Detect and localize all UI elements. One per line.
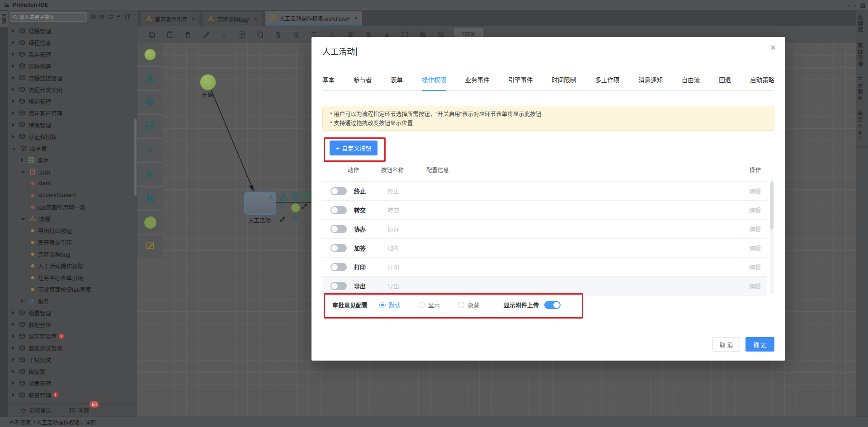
- tree-item-流程监控管理[interactable]: 流程监控管理: [8, 72, 137, 84]
- palette-service-gear[interactable]: [137, 139, 163, 163]
- custom-button-add[interactable]: + 自定义按钮: [330, 141, 377, 155]
- radio-隐藏[interactable]: 隐藏: [458, 300, 479, 309]
- palette-participant[interactable]: [137, 67, 163, 91]
- chevron-right-icon[interactable]: [12, 99, 14, 103]
- cancel-button[interactable]: 取 消: [712, 337, 741, 352]
- palette-glyph-R[interactable]: R: [137, 187, 163, 211]
- tree-item-tab页面引用同一表[interactable]: tab页面引用同一表: [8, 201, 137, 213]
- dialog-tab-引擎事件[interactable]: 引擎事件: [509, 75, 533, 90]
- ai-icon[interactable]: [90, 14, 96, 20]
- tree-item-图表测试数据[interactable]: 图表测试数据: [8, 342, 137, 354]
- toggle-switch[interactable]: [330, 282, 347, 290]
- chevron-down-icon[interactable]: [21, 218, 25, 221]
- docs-icon[interactable]: [125, 14, 131, 20]
- download-icon[interactable]: [220, 30, 228, 38]
- table-scrollbar[interactable]: [770, 178, 774, 294]
- search-input[interactable]: 输入关键字搜索: [10, 12, 87, 22]
- tree-item-流程开发案例[interactable]: 流程开发案例: [8, 84, 137, 95]
- sidebar-scrollbar[interactable]: [134, 119, 137, 196]
- dialog-tab-参与者[interactable]: 参与者: [354, 75, 372, 90]
- chevron-right-icon[interactable]: [12, 135, 14, 138]
- dialog-tab-启动策略[interactable]: 启动策略: [750, 75, 774, 90]
- close-tab-icon[interactable]: ✕: [191, 16, 195, 22]
- align-left-icon[interactable]: [292, 30, 300, 38]
- right-tab-命名Sql[interactable]: 命名Sql: [856, 106, 868, 147]
- tree-item-任务中心表单引用[interactable]: 任务中心表单引用: [8, 272, 137, 283]
- dialog-tab-多工作项[interactable]: 多工作项: [595, 75, 619, 90]
- quick-participant[interactable]: [278, 192, 288, 202]
- chevron-right-icon[interactable]: [12, 370, 14, 373]
- edit-link[interactable]: 编辑: [725, 206, 761, 214]
- chevron-right-icon[interactable]: [12, 41, 14, 44]
- nav-back-icon[interactable]: ‹: [848, 2, 850, 8]
- tree-item-class[interactable]: class: [8, 178, 137, 189]
- copy-icon[interactable]: [147, 30, 156, 38]
- radio-默认[interactable]: 默认: [379, 300, 401, 309]
- problems-button[interactable]: 问题 63: [69, 406, 89, 414]
- dialog-tab-时间限制[interactable]: 时间限制: [552, 75, 576, 90]
- tree-item-克隆流程bug[interactable]: 克隆流程bug: [8, 248, 137, 260]
- tree-item-认证和授权[interactable]: 认证和授权: [8, 131, 137, 142]
- chevron-right-icon[interactable]: [12, 358, 14, 361]
- editor-tab[interactable]: 克隆流程bug*✕: [203, 12, 262, 26]
- dialog-tab-业务事件[interactable]: 业务事件: [465, 75, 490, 90]
- chevron-right-icon[interactable]: [21, 158, 24, 162]
- dialog-tab-表单[interactable]: 表单: [391, 75, 403, 90]
- toggle-switch[interactable]: [330, 187, 347, 195]
- chevron-down-icon[interactable]: [12, 148, 16, 150]
- tree-item-高开表单引用[interactable]: 高开表单引用: [8, 236, 137, 248]
- tree-item-薪资管理[interactable]: 薪资管理!: [8, 389, 137, 401]
- dialog-tab-消息通知[interactable]: 消息通知: [638, 75, 663, 90]
- tree-item-库存管理[interactable]: 库存管理: [8, 48, 137, 60]
- editor-tab[interactable]: 高开表单引用✕: [141, 12, 199, 26]
- chevron-right-icon[interactable]: [12, 64, 14, 68]
- chevron-right-icon[interactable]: [12, 111, 14, 115]
- palette-glyph-E[interactable]: E: [137, 163, 163, 187]
- tree-item-实体[interactable]: 实体: [8, 154, 137, 166]
- chevron-right-icon[interactable]: [12, 311, 14, 314]
- chevron-right-icon[interactable]: [12, 123, 14, 127]
- quick-subflow-plus[interactable]: [302, 191, 312, 201]
- task-node-selected[interactable]: [244, 192, 276, 215]
- chevron-right-icon[interactable]: [12, 334, 14, 338]
- outline-icon[interactable]: [116, 14, 122, 20]
- close-tab-icon[interactable]: ✕: [354, 15, 358, 21]
- radio-显示[interactable]: 显示: [419, 300, 440, 309]
- dialog-tab-回退[interactable]: 回退: [719, 75, 731, 90]
- clipboard-icon[interactable]: [165, 30, 174, 38]
- chevron-right-icon[interactable]: [12, 76, 14, 80]
- tree-item-数据分析[interactable]: 数据分析: [8, 319, 137, 330]
- edit-link[interactable]: 编辑: [725, 225, 761, 233]
- tree-item-设置管理[interactable]: 设置管理: [8, 307, 137, 319]
- quick-pencil[interactable]: [279, 216, 286, 223]
- refresh-icon[interactable]: [108, 14, 113, 20]
- dialog-tab-操作权限[interactable]: 操作权限: [422, 75, 446, 90]
- toggle-switch[interactable]: [330, 244, 347, 252]
- chevron-right-icon[interactable]: [12, 29, 14, 33]
- edit-link[interactable]: 编辑: [725, 187, 761, 195]
- edit-link[interactable]: 编辑: [725, 263, 761, 271]
- tree-item-山羊君[interactable]: 山羊君: [8, 142, 137, 154]
- toggle-switch[interactable]: [330, 225, 347, 233]
- tree-item-王斌测试[interactable]: 王斌测试: [8, 354, 137, 366]
- chevron-right-icon[interactable]: [12, 346, 14, 350]
- close-tab-icon[interactable]: ✕: [254, 16, 258, 22]
- tree-item-人工活动操作权限[interactable]: 人工活动操作权限: [8, 260, 137, 272]
- trash-icon[interactable]: [274, 30, 282, 38]
- hand-icon[interactable]: [184, 30, 192, 38]
- cube-icon[interactable]: [99, 14, 105, 20]
- tree-item-服务[interactable]: 服务: [8, 295, 137, 307]
- toggle-switch[interactable]: [330, 263, 347, 271]
- tree-item-数字实验室[interactable]: 数字实验室!: [8, 330, 137, 342]
- tree-item-课程信息[interactable]: 课程信息: [8, 37, 137, 48]
- palette-subflow-plus[interactable]: [137, 115, 163, 139]
- nav-forward-icon[interactable]: ›: [854, 2, 856, 8]
- tree-item-流程创建[interactable]: 流程创建: [8, 60, 137, 72]
- tree-item-导出打印按钮[interactable]: 导出打印按钮: [8, 225, 137, 236]
- tree-item-销售管理[interactable]: 销售管理: [8, 377, 137, 389]
- dialog-tab-自由流[interactable]: 自由流: [682, 75, 700, 90]
- right-tab-三方服务[interactable]: 三方服务: [856, 72, 868, 106]
- rail-tab-resources[interactable]: 资源: [0, 11, 8, 27]
- palette-start-circle[interactable]: [137, 43, 163, 67]
- tree-item-稀饭粥[interactable]: 稀饭粥: [8, 366, 137, 377]
